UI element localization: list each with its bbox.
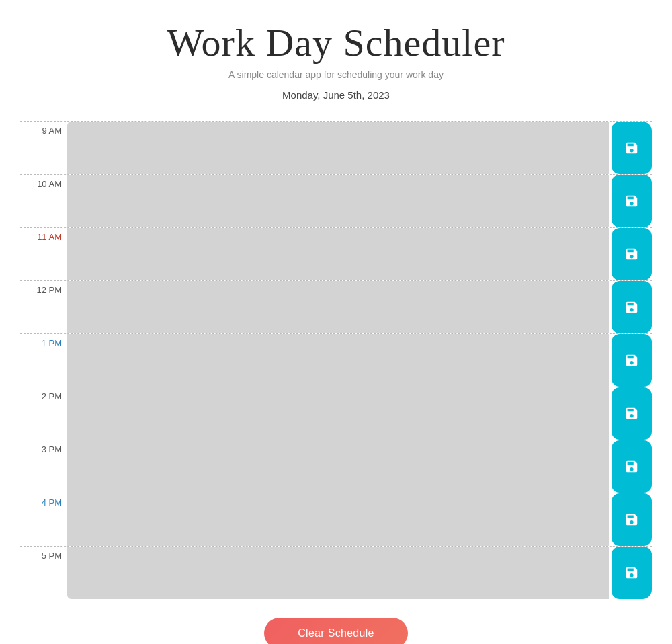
time-slot: 1 PM <box>20 333 652 387</box>
clear-schedule-button[interactable]: Clear Schedule <box>264 618 408 644</box>
save-icon <box>624 140 639 155</box>
save-icon <box>624 247 639 261</box>
save-button[interactable] <box>612 334 652 387</box>
slot-content <box>67 547 609 599</box>
save-icon <box>624 459 639 474</box>
time-slot: 3 PM <box>20 440 652 493</box>
save-icon <box>624 300 639 315</box>
app-subtitle: A simple calendar app for scheduling you… <box>13 69 659 80</box>
slot-content <box>67 228 609 280</box>
slot-content <box>67 493 609 546</box>
time-label: 5 PM <box>20 547 67 599</box>
save-button[interactable] <box>612 547 652 599</box>
app-title: Work Day Scheduler <box>13 20 659 65</box>
save-button[interactable] <box>612 228 652 280</box>
time-label: 2 PM <box>20 387 67 440</box>
save-button[interactable] <box>612 122 652 174</box>
save-button[interactable] <box>612 175 652 227</box>
slot-content <box>67 440 609 493</box>
time-slot: 5 PM <box>20 546 652 599</box>
app-header: Work Day Scheduler A simple calendar app… <box>0 0 672 108</box>
time-slot: 11 AM <box>20 227 652 280</box>
app-date: Monday, June 5th, 2023 <box>13 89 659 101</box>
save-icon <box>624 194 639 208</box>
save-icon <box>624 512 639 527</box>
time-label: 10 AM <box>20 175 67 227</box>
time-label: 4 PM <box>20 493 67 546</box>
save-icon <box>624 406 639 421</box>
save-icon <box>624 565 639 580</box>
time-slot: 9 AM <box>20 121 652 174</box>
save-button[interactable] <box>612 281 652 333</box>
slot-content <box>67 281 609 333</box>
time-label: 3 PM <box>20 440 67 493</box>
slot-content <box>67 175 609 227</box>
time-slot: 12 PM <box>20 280 652 333</box>
time-label: 12 PM <box>20 281 67 333</box>
slot-content <box>67 387 609 440</box>
save-icon <box>624 353 639 368</box>
scheduler: 9 AM 10 AM 11 AM <box>20 121 652 599</box>
time-slot: 2 PM <box>20 387 652 440</box>
slot-content <box>67 334 609 387</box>
slot-content <box>67 122 609 174</box>
time-label: 1 PM <box>20 334 67 387</box>
time-label: 9 AM <box>20 122 67 174</box>
save-button[interactable] <box>612 387 652 440</box>
save-button[interactable] <box>612 440 652 493</box>
time-label: 11 AM <box>20 228 67 280</box>
time-slot: 10 AM <box>20 174 652 227</box>
time-slot: 4 PM <box>20 493 652 546</box>
save-button[interactable] <box>612 493 652 546</box>
